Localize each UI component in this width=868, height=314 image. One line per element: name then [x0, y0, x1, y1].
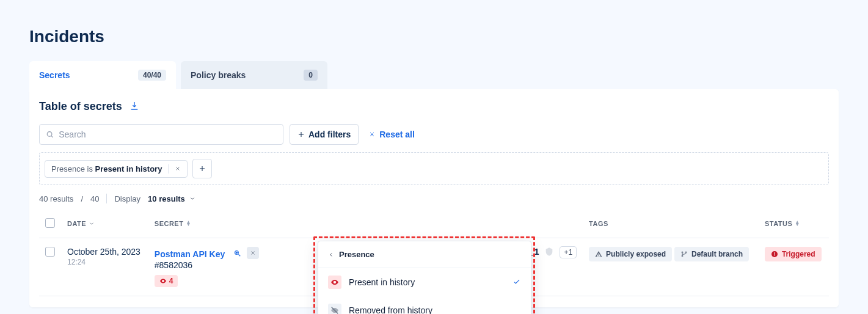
search-input-wrap[interactable]	[39, 124, 283, 145]
warning-icon	[595, 250, 602, 258]
eye-icon	[159, 277, 167, 285]
active-filters-strip: Presence is Present in history	[39, 152, 829, 185]
check-icon	[512, 277, 521, 288]
reset-all-button[interactable]: Reset all	[365, 125, 418, 144]
row-date: October 25th, 2023	[67, 247, 140, 257]
tag-label: Default branch	[691, 250, 743, 258]
filter-chip-value: Present in history	[95, 164, 162, 173]
section-title: Table of secrets	[39, 100, 122, 113]
tab-policy-breaks[interactable]: Policy breaks 0	[181, 61, 327, 89]
results-count: 40 results	[39, 194, 73, 203]
display-selector[interactable]: 10 results	[148, 194, 195, 203]
col-status[interactable]: STATUS ▲▼	[765, 220, 800, 227]
add-filters-button[interactable]: Add filters	[290, 124, 359, 145]
col-date-label: DATE	[67, 220, 86, 227]
status-text: Triggered	[782, 250, 815, 258]
dropdown-option-label: Removed from history	[349, 305, 432, 314]
tag-label: Publicly exposed	[606, 250, 666, 258]
svg-rect-8	[774, 255, 775, 256]
results-total: 40	[90, 194, 99, 203]
eye-icon	[328, 276, 341, 289]
chevron-down-icon	[89, 221, 95, 227]
reset-all-label: Reset all	[379, 130, 415, 139]
occurrence-count: 4	[169, 277, 173, 285]
download-icon[interactable]	[129, 101, 139, 113]
tab-secrets-label: Secrets	[39, 70, 70, 80]
sort-icon: ▲▼	[186, 221, 191, 226]
col-date[interactable]: DATE	[67, 220, 95, 227]
tab-policy-count: 0	[304, 70, 318, 81]
display-value: 10 results	[148, 194, 185, 203]
chevron-left-icon	[328, 252, 334, 258]
svg-point-5	[682, 255, 683, 257]
page-title: Incidents	[0, 0, 868, 61]
secret-name-link[interactable]: Postman API Key	[155, 249, 225, 259]
tab-secrets[interactable]: Secrets 40/40	[29, 61, 176, 89]
tab-policy-label: Policy breaks	[191, 70, 246, 80]
col-secret[interactable]: SECRET ▲▼	[155, 220, 191, 227]
dropdown-option-removed[interactable]: Removed from history	[318, 296, 531, 314]
row-checkbox[interactable]	[45, 247, 55, 257]
close-icon[interactable]	[247, 247, 259, 259]
presence-dropdown: Presence Present in history Removed from…	[318, 241, 531, 314]
remove-filter-icon[interactable]	[168, 164, 181, 173]
sort-icon: ▲▼	[795, 221, 800, 226]
display-label: Display	[114, 194, 140, 203]
search-icon	[46, 130, 54, 139]
eye-off-icon	[328, 304, 341, 314]
magnify-icon[interactable]	[231, 247, 243, 259]
tag-pill: Default branch	[674, 247, 749, 261]
svg-point-4	[685, 252, 687, 253]
svg-rect-7	[774, 252, 775, 255]
tag-pill: Publicly exposed	[589, 247, 672, 261]
col-status-label: STATUS	[765, 220, 792, 227]
filter-chip-presence[interactable]: Presence is Present in history	[45, 160, 188, 178]
chevron-down-icon	[189, 195, 195, 202]
svg-point-9	[334, 282, 335, 283]
add-filters-label: Add filters	[308, 130, 351, 139]
branch-icon	[680, 250, 688, 258]
tab-secrets-count: 40/40	[138, 70, 166, 81]
svg-point-3	[682, 252, 683, 253]
dropdown-option-present[interactable]: Present in history	[318, 268, 531, 296]
occurrence-count-pill: 4	[155, 275, 178, 287]
divider	[106, 194, 107, 203]
svg-point-2	[162, 280, 164, 282]
status-badge: Triggered	[765, 247, 822, 261]
results-sep: /	[81, 194, 83, 203]
select-all-checkbox[interactable]	[45, 218, 55, 228]
more-count-badge[interactable]: +1	[560, 246, 577, 258]
svg-point-0	[47, 132, 52, 137]
dropdown-back[interactable]: Presence	[318, 241, 531, 268]
dropdown-title: Presence	[339, 250, 374, 259]
col-secret-label: SECRET	[155, 220, 184, 227]
add-filter-square-button[interactable]	[192, 159, 212, 178]
col-tags-label: TAGS	[589, 220, 608, 227]
filter-chip-prefix: Presence is	[51, 164, 95, 173]
search-input[interactable]	[59, 130, 277, 139]
row-time: 12:24	[67, 258, 142, 266]
alert-icon	[771, 250, 778, 258]
dropdown-option-label: Present in history	[349, 277, 415, 287]
shield-off-icon	[544, 247, 554, 257]
